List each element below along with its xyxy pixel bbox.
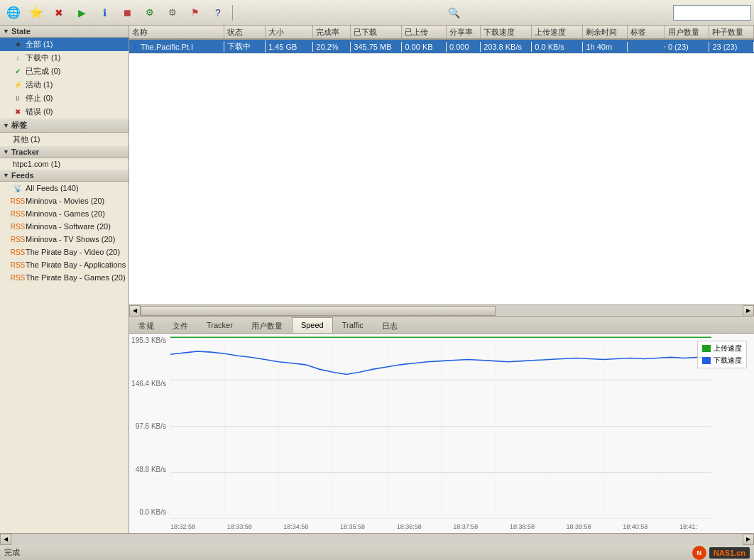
sidebar-item-error[interactable]: ✖ 错误 (0) bbox=[0, 105, 129, 119]
col-uploaded[interactable]: 已上传 bbox=[402, 26, 447, 38]
col-ratio[interactable]: 分享率 bbox=[447, 26, 481, 38]
tracker-label: Tracker bbox=[11, 148, 39, 156]
bottom-panel: 常规 文件 Tracker 用户数量 Speed Traffic 日志 bbox=[129, 317, 754, 533]
bottom-scrollbar[interactable]: ◀ ▶ bbox=[0, 533, 754, 544]
chart-y-axis: 195.3 KB/s 146.4 KB/s 97.6 KB/s 48.8 KB/… bbox=[129, 334, 170, 519]
tab-log[interactable]: 日志 bbox=[373, 318, 407, 333]
sidebar-item-tpb-video[interactable]: RSS The Pirate Bay - Video (20) bbox=[0, 246, 129, 258]
sidebar-state-header[interactable]: ▼ State bbox=[0, 26, 129, 38]
tab-general[interactable]: 常规 bbox=[129, 318, 163, 333]
tracker-arrow-icon: ▼ bbox=[3, 148, 9, 155]
sidebar-item-tracker1[interactable]: htpc1.com (1) bbox=[0, 158, 129, 170]
statusbar-right: N NAS1.cn bbox=[692, 546, 750, 560]
x-label-3: 18:35:58 bbox=[340, 523, 365, 530]
sidebar-item-mininova-software[interactable]: RSS Mininova - Software (20) bbox=[0, 220, 129, 233]
torrent-progress-cell: 20.2% bbox=[313, 42, 351, 52]
sidebar-tracker-header[interactable]: ▼ Tracker bbox=[0, 146, 129, 158]
x-label-0: 18:32:58 bbox=[170, 523, 195, 530]
bottom-scroll-left[interactable]: ◀ bbox=[0, 534, 11, 545]
feed-mininova-movies-label: Mininova - Movies (20) bbox=[26, 197, 104, 205]
col-peers[interactable]: 用户数量 bbox=[665, 26, 710, 38]
sidebar-item-mininova-games[interactable]: RSS Mininova - Games (20) bbox=[0, 207, 129, 220]
scroll-thumb[interactable] bbox=[141, 306, 496, 316]
col-ul-speed[interactable]: 上传速度 bbox=[532, 26, 583, 38]
col-dl-speed[interactable]: 下载速度 bbox=[481, 26, 532, 38]
sidebar-item-mininova-tvshows[interactable]: RSS Mininova - TV Shows (20) bbox=[0, 233, 129, 246]
sidebar-item-tpb-games[interactable]: RSS The Pirate Bay - Games (20) bbox=[0, 271, 129, 284]
bottom-scroll-track[interactable] bbox=[11, 534, 743, 545]
help-button[interactable]: ? bbox=[207, 3, 229, 23]
feed-icon-1: RSS bbox=[13, 196, 23, 206]
x-label-6: 18:38:58 bbox=[510, 523, 535, 530]
sidebar-item-error-label: 错误 (0) bbox=[26, 106, 53, 117]
col-name[interactable]: 名称 bbox=[129, 26, 224, 38]
tab-tracker[interactable]: Tracker bbox=[197, 318, 242, 333]
info-button[interactable]: ℹ bbox=[94, 3, 115, 23]
col-size[interactable]: 大小 bbox=[266, 26, 313, 38]
col-tag[interactable]: 标签 bbox=[628, 26, 665, 38]
settings-green-button[interactable]: ⚙ bbox=[139, 3, 160, 23]
sidebar-item-mininova-movies[interactable]: RSS Mininova - Movies (20) bbox=[0, 194, 129, 207]
tracker1-label: htpc1.com (1) bbox=[13, 160, 60, 168]
sidebar-item-stop-label: 停止 (0) bbox=[26, 93, 53, 104]
tags-arrow-icon: ▼ bbox=[3, 122, 9, 129]
col-progress[interactable]: 完成率 bbox=[313, 26, 351, 38]
tab-peers[interactable]: 用户数量 bbox=[242, 318, 292, 333]
sidebar-item-done-label: 已完成 (0) bbox=[26, 66, 61, 77]
globe-button[interactable]: 🌐 bbox=[3, 3, 24, 23]
sidebar-item-tpb-apps[interactable]: RSS The Pirate Bay - Applications (2 bbox=[0, 258, 129, 271]
torrent-peers-cell: 0 (23) bbox=[665, 42, 710, 52]
feed-tpb-apps-label: The Pirate Bay - Applications (2 bbox=[26, 260, 129, 269]
state-label: State bbox=[11, 27, 31, 35]
torrent-tag-cell bbox=[628, 46, 665, 48]
sidebar-item-all[interactable]: ★ 全部 (1) bbox=[0, 38, 129, 51]
x-label-1: 18:33:58 bbox=[227, 523, 252, 530]
legend-download: 下载速度 bbox=[702, 356, 742, 366]
col-eta[interactable]: 剩余时间 bbox=[583, 26, 628, 38]
bottom-scroll-right[interactable]: ▶ bbox=[743, 534, 754, 545]
main-area: ▼ State ★ 全部 (1) ↓ 下载中 (1) ✔ 已完成 (0) ⚡ 活… bbox=[0, 26, 754, 533]
stop-red-button[interactable]: ⏹ bbox=[116, 3, 138, 23]
sidebar-tags-header[interactable]: ▼ 标签 bbox=[0, 119, 129, 133]
col-downloaded[interactable]: 已下载 bbox=[351, 26, 402, 38]
tab-files[interactable]: 文件 bbox=[163, 318, 197, 333]
search-icon: 🔍 bbox=[448, 7, 460, 18]
torrent-area: 名称 状态 大小 完成率 已下载 已上传 分享率 下载速度 上传速度 剩余时间 … bbox=[129, 26, 754, 317]
sidebar-item-stopped[interactable]: ⏸ 停止 (0) bbox=[0, 92, 129, 105]
col-status[interactable]: 状态 bbox=[224, 26, 266, 38]
tab-speed[interactable]: Speed bbox=[292, 317, 333, 333]
table-row[interactable]: ⬇ The.Pacific.Pt.I 下载中 1.45 GB 20.2% 345… bbox=[129, 40, 754, 54]
y-label-0: 195.3 KB/s bbox=[131, 336, 169, 344]
y-label-2: 97.6 KB/s bbox=[131, 422, 169, 430]
flag-button[interactable]: ⚑ bbox=[185, 3, 206, 23]
remove-button[interactable]: ✖ bbox=[48, 3, 70, 23]
feed-icon-5: RSS bbox=[13, 247, 23, 257]
sidebar-item-other-tag[interactable]: 其他 (1) bbox=[0, 133, 129, 146]
scroll-right-button[interactable]: ▶ bbox=[743, 305, 754, 317]
chart-legend: 上传速度 下载速度 bbox=[697, 341, 747, 368]
sidebar-item-all-feeds[interactable]: 📡 All Feeds (140) bbox=[0, 182, 129, 194]
sidebar-item-downloading[interactable]: ↓ 下载中 (1) bbox=[0, 51, 129, 65]
gear-button[interactable]: ⚙ bbox=[162, 3, 183, 23]
bookmarks-button[interactable]: ⭐ bbox=[26, 3, 47, 23]
speed-chart-svg bbox=[170, 334, 711, 519]
tags-label: 标签 bbox=[11, 120, 27, 131]
scroll-left-button[interactable]: ◀ bbox=[129, 305, 141, 317]
status-text: 完成 bbox=[4, 547, 20, 558]
sidebar-item-active[interactable]: ⚡ 活动 (1) bbox=[0, 78, 129, 92]
torrent-name-cell: ⬇ The.Pacific.Pt.I bbox=[129, 41, 224, 52]
tab-traffic[interactable]: Traffic bbox=[333, 318, 373, 333]
x-label-8: 18:40:58 bbox=[623, 523, 648, 530]
x-label-2: 18:34:58 bbox=[283, 523, 308, 530]
sidebar-item-done[interactable]: ✔ 已完成 (0) bbox=[0, 65, 129, 78]
scroll-track[interactable] bbox=[141, 305, 743, 317]
col-seeds[interactable]: 种子数量 bbox=[709, 26, 754, 38]
horizontal-scrollbar[interactable]: ◀ ▶ bbox=[129, 304, 754, 316]
sidebar-item-active-label: 活动 (1) bbox=[26, 79, 53, 90]
all-icon: ★ bbox=[13, 40, 23, 50]
torrent-ratio-cell: 0.000 bbox=[447, 42, 481, 52]
start-button[interactable]: ▶ bbox=[71, 3, 92, 23]
search-input[interactable] bbox=[673, 5, 751, 21]
x-label-4: 18:36:58 bbox=[397, 523, 422, 530]
sidebar-feeds-header[interactable]: ▼ Feeds bbox=[0, 170, 129, 182]
